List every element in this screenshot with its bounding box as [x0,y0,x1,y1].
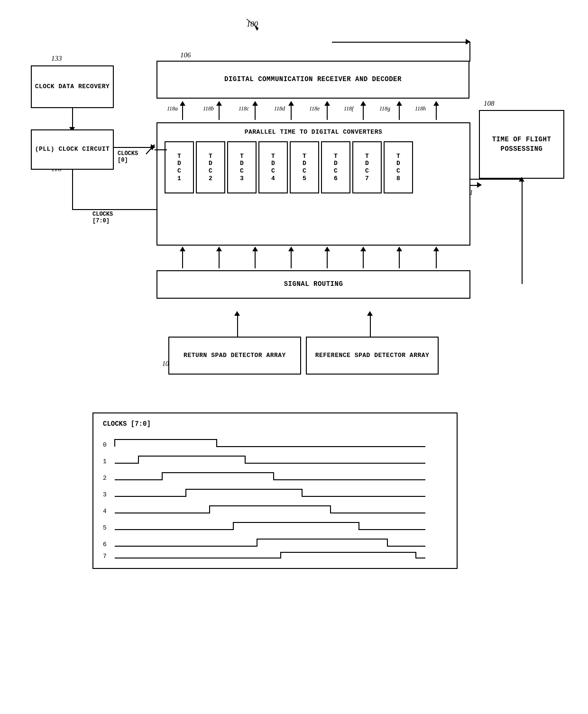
svg-marker-9 [288,101,294,106]
svg-marker-17 [433,101,439,106]
118b-label: 118b [203,105,214,112]
118a-label: 118a [167,105,178,112]
svg-marker-3 [180,101,185,106]
svg-marker-27 [288,247,294,251]
pll-down-line [72,170,73,210]
waveform-title: CLOCKS [7:0] [103,420,151,428]
return-to-routing-arrow [234,311,240,316]
svg-text:0: 0 [103,441,107,449]
feedback-horiz-line [332,42,470,43]
svg-text:5: 5 [103,524,107,531]
svg-marker-5 [216,101,222,106]
clocks0-in-line [155,149,167,150]
feedback-up-line [469,42,470,62]
tdc7: TDC7 [352,141,382,193]
clock-data-recovery-box: CLOCK DATA RECOVERY [31,65,114,108]
svg-marker-35 [433,247,439,251]
svg-marker-15 [396,101,402,106]
svg-text:1: 1 [103,458,107,465]
ref-to-routing-arrow [367,311,373,316]
svg-text:4: 4 [103,508,107,515]
svg-text:6: 6 [103,541,107,548]
svg-text:3: 3 [103,491,107,498]
tdc6: TDC6 [321,141,350,193]
tof-vert-line [522,179,523,284]
svg-marker-13 [360,101,366,106]
waveform-svg: 0 1 2 3 4 5 6 7 [93,435,459,565]
tdc2: TDC2 [196,141,225,193]
clocks70-label: CLOCKS[7:0] [92,211,113,224]
tdc8: TDC8 [384,141,413,193]
waveform-diagram: CLOCKS [7:0] 0 1 2 3 4 5 6 7 [92,412,458,569]
reference-spad-box: REFERENCE SPAD DETECTOR ARRAY [306,337,439,375]
svg-marker-31 [360,247,366,251]
digital-comm-box: DIGITAL COMMUNICATION RECEIVER AND DECOD… [156,61,469,99]
signal-routing-box: SIGNAL ROUTING [156,270,470,299]
main-diagram: 100 133 CLOCK DATA RECOVERY 116 (PLL) CL… [0,0,588,714]
cdr-to-pll-line [72,108,73,129]
svg-marker-7 [252,101,258,106]
svg-marker-21 [180,247,185,251]
118d-label: 118d [274,105,285,112]
time-of-flight-box: TIME OF FLIGHT POSSESSING [479,110,564,179]
118g-label: 118g [379,105,390,112]
118f-label: 118f [344,105,353,112]
tof-num-label: 108 [484,100,495,108]
tdc3: TDC3 [227,141,257,193]
clocks0-label: CLOCKS[0] [118,150,138,164]
tdc5: TDC5 [290,141,319,193]
return-to-routing-line [237,313,238,337]
feedback-arrow-right [466,39,470,45]
tdc4: TDC4 [258,141,288,193]
pll-to-clocks0-line [114,147,153,148]
svg-marker-25 [252,247,258,251]
parallel-time-title: PARALLEL TIME TO DIGITAL CONVERTERS [157,128,469,140]
svg-text:2: 2 [103,475,107,482]
tof-connect-line [470,179,523,180]
system-arrow [232,17,270,36]
receiver-num-label: 106 [180,51,191,59]
tdc-row: TDC1 TDC2 TDC3 TDC4 TDC5 TDC6 TDC7 TDC8 [165,141,413,193]
routing-to-parallel-arrows [156,246,470,270]
cdr-num-label: 133 [51,55,62,63]
tdc1: TDC1 [165,141,194,193]
118e-label: 118e [309,105,320,112]
svg-marker-33 [396,247,402,251]
pll-right-line [72,209,166,210]
tof-up-arrow [519,177,524,182]
ref-to-routing-line [370,313,371,337]
pll-clock-box: (PLL) CLOCK CIRCUIT [31,129,114,170]
svg-line-0 [247,19,258,28]
parallel-to-tof-arrow [477,182,482,188]
118h-label: 118h [415,105,426,112]
svg-text:7: 7 [103,553,107,560]
svg-marker-23 [216,247,222,251]
118c-label: 118c [239,105,249,112]
svg-marker-11 [324,101,330,106]
return-spad-box: RETURN SPAD DETECTOR ARRAY [168,337,301,375]
svg-marker-29 [324,247,330,251]
